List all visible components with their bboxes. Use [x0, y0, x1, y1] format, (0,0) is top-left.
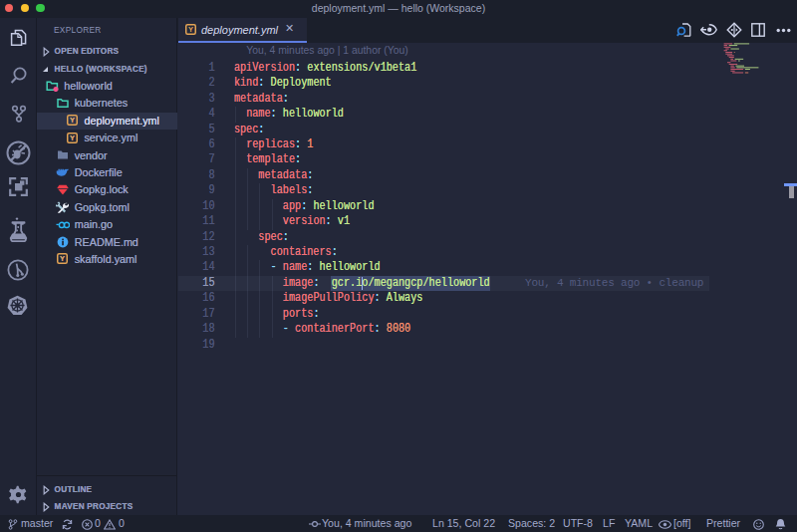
svg-text:Y: Y [60, 255, 65, 264]
svg-text:Y: Y [70, 133, 75, 142]
svg-text:Y: Y [70, 117, 75, 126]
svg-text:Y: Y [188, 25, 193, 34]
